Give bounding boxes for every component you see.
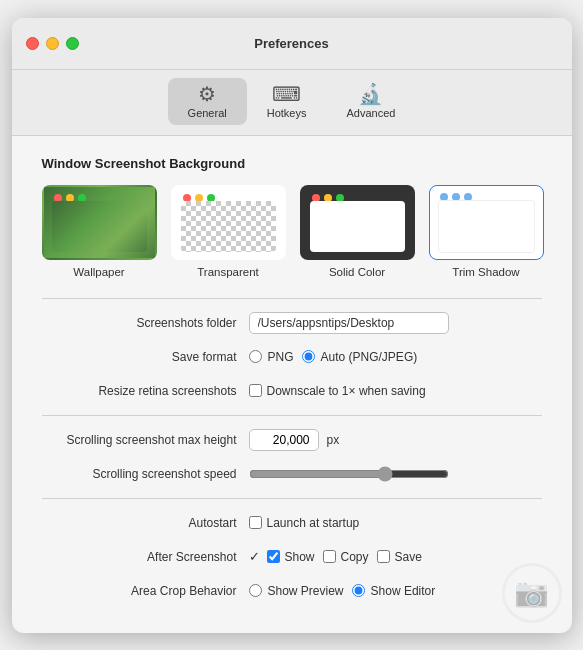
after-show-label: Show xyxy=(285,550,315,564)
after-show-option[interactable]: ✓ Show xyxy=(249,549,315,564)
after-save-checkbox[interactable] xyxy=(377,550,390,563)
tab-advanced-label: Advanced xyxy=(346,107,395,119)
after-screenshot-label: After Screenshot xyxy=(42,550,237,564)
area-editor-label: Show Editor xyxy=(371,584,436,598)
format-png-radio[interactable] xyxy=(249,350,262,363)
speed-row: Scrolling screenshot speed xyxy=(42,462,542,486)
minimize-button[interactable] xyxy=(46,37,59,50)
tab-hotkeys-label: Hotkeys xyxy=(267,107,307,119)
autostart-checkbox-option[interactable]: Launch at startup xyxy=(249,516,360,530)
format-png-label: PNG xyxy=(268,350,294,364)
format-png-option[interactable]: PNG xyxy=(249,350,294,364)
window-title: Preferences xyxy=(254,36,328,51)
after-save-option[interactable]: Save xyxy=(377,550,422,564)
area-editor-option[interactable]: Show Editor xyxy=(352,584,436,598)
retina-checkbox-label: Downscale to 1× when saving xyxy=(267,384,426,398)
maxheight-input[interactable] xyxy=(249,429,319,451)
close-button[interactable] xyxy=(26,37,39,50)
bg-label-wallpaper: Wallpaper xyxy=(73,266,124,278)
thumb-inner-transparent xyxy=(181,201,276,252)
after-show-checkbox[interactable] xyxy=(267,550,280,563)
autostart-checkbox-label: Launch at startup xyxy=(267,516,360,530)
speed-slider[interactable] xyxy=(249,466,449,482)
bg-label-transparent: Transparent xyxy=(197,266,259,278)
thumb-inner-solid xyxy=(310,201,405,252)
retina-control: Downscale to 1× when saving xyxy=(249,384,542,398)
tab-general[interactable]: ⚙ General xyxy=(168,78,247,125)
preferences-window: Preferences ⚙ General ⌨ Hotkeys 🔬 Advanc… xyxy=(12,18,572,633)
checkmark-icon: ✓ xyxy=(249,549,260,564)
general-icon: ⚙ xyxy=(198,84,216,104)
autostart-checkbox[interactable] xyxy=(249,516,262,529)
thumb-inner-wallpaper xyxy=(52,201,147,252)
traffic-lights xyxy=(26,37,79,50)
divider-3 xyxy=(42,498,542,499)
autostart-control: Launch at startup xyxy=(249,516,542,530)
thumb-inner-trim xyxy=(438,200,535,253)
folder-input[interactable] xyxy=(249,312,449,334)
retina-label: Resize retina screenshots xyxy=(42,384,237,398)
maxheight-unit: px xyxy=(327,433,340,447)
tab-general-label: General xyxy=(188,107,227,119)
retina-checkbox[interactable] xyxy=(249,384,262,397)
bg-thumb-trim xyxy=(429,185,544,260)
area-crop-control: Show Preview Show Editor xyxy=(249,584,542,598)
titlebar: Preferences xyxy=(12,18,572,70)
speed-control xyxy=(249,466,542,482)
speed-slider-container xyxy=(249,466,542,482)
area-crop-label: Area Crop Behavior xyxy=(42,584,237,598)
after-copy-label: Copy xyxy=(341,550,369,564)
area-preview-radio[interactable] xyxy=(249,584,262,597)
toolbar: ⚙ General ⌨ Hotkeys 🔬 Advanced xyxy=(12,70,572,136)
format-row: Save format PNG Auto (PNG/JPEG) xyxy=(42,345,542,369)
background-options: Wallpaper Transparent xyxy=(42,185,542,278)
area-editor-radio[interactable] xyxy=(352,584,365,597)
advanced-icon: 🔬 xyxy=(358,84,383,104)
bg-thumb-wallpaper xyxy=(42,185,157,260)
format-auto-option[interactable]: Auto (PNG/JPEG) xyxy=(302,350,418,364)
main-content: Window Screenshot Background Wallpaper xyxy=(12,136,572,633)
area-crop-row: Area Crop Behavior Show Preview Show Edi… xyxy=(42,579,542,603)
after-copy-option[interactable]: Copy xyxy=(323,550,369,564)
after-screenshot-row: After Screenshot ✓ Show Copy Save xyxy=(42,545,542,569)
bg-thumb-transparent xyxy=(171,185,286,260)
watermark-icon: 📷 xyxy=(514,576,549,609)
folder-row: Screenshots folder xyxy=(42,311,542,335)
bg-option-solid[interactable]: Solid Color xyxy=(300,185,415,278)
bg-label-trim: Trim Shadow xyxy=(452,266,519,278)
tab-advanced[interactable]: 🔬 Advanced xyxy=(326,78,415,125)
bg-thumb-solid xyxy=(300,185,415,260)
divider-1 xyxy=(42,298,542,299)
folder-control xyxy=(249,312,542,334)
autostart-row: Autostart Launch at startup xyxy=(42,511,542,535)
bg-option-transparent[interactable]: Transparent xyxy=(171,185,286,278)
format-control: PNG Auto (PNG/JPEG) xyxy=(249,350,542,364)
format-auto-label: Auto (PNG/JPEG) xyxy=(321,350,418,364)
bg-option-wallpaper[interactable]: Wallpaper xyxy=(42,185,157,278)
maxheight-label: Scrolling screenshot max height xyxy=(42,433,237,447)
area-preview-option[interactable]: Show Preview xyxy=(249,584,344,598)
background-section-title: Window Screenshot Background xyxy=(42,156,542,171)
watermark: 📷 xyxy=(502,563,562,623)
hotkeys-icon: ⌨ xyxy=(272,84,301,104)
retina-row: Resize retina screenshots Downscale to 1… xyxy=(42,379,542,403)
folder-label: Screenshots folder xyxy=(42,316,237,330)
autostart-label: Autostart xyxy=(42,516,237,530)
maxheight-row: Scrolling screenshot max height px xyxy=(42,428,542,452)
after-copy-checkbox[interactable] xyxy=(323,550,336,563)
bg-label-solid: Solid Color xyxy=(329,266,385,278)
after-screenshot-control: ✓ Show Copy Save xyxy=(249,549,542,564)
speed-label: Scrolling screenshot speed xyxy=(42,467,237,481)
divider-2 xyxy=(42,415,542,416)
maximize-button[interactable] xyxy=(66,37,79,50)
retina-checkbox-option[interactable]: Downscale to 1× when saving xyxy=(249,384,426,398)
bg-option-trim[interactable]: Trim Shadow xyxy=(429,185,544,278)
after-save-label: Save xyxy=(395,550,422,564)
format-auto-radio[interactable] xyxy=(302,350,315,363)
area-preview-label: Show Preview xyxy=(268,584,344,598)
tab-hotkeys[interactable]: ⌨ Hotkeys xyxy=(247,78,327,125)
format-label: Save format xyxy=(42,350,237,364)
maxheight-control: px xyxy=(249,429,542,451)
